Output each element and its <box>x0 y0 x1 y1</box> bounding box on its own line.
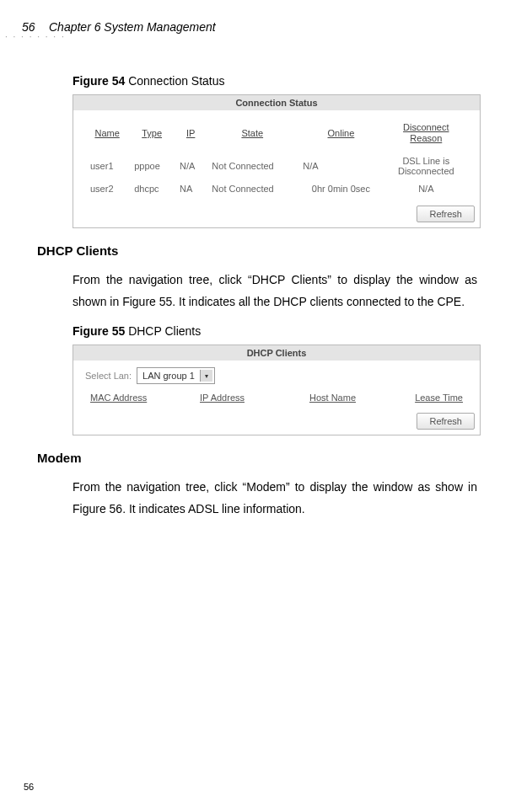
col-host: Host Name <box>309 393 411 403</box>
dhcp-columns: MAC Address IP Address Host Name Lease T… <box>85 393 468 404</box>
cell: DSL Line is Disconnected <box>384 152 468 179</box>
cell: NA <box>175 180 207 197</box>
select-lan-dropdown[interactable]: LAN group 1 ▾ <box>137 367 215 384</box>
cell: N/A <box>298 152 384 179</box>
figure-55-caption: DHCP Clients <box>125 324 201 338</box>
connection-status-header-row: Name Type IP State Online Disconnect Rea… <box>85 119 468 152</box>
chapter-title: Chapter 6 System Management <box>49 20 216 34</box>
cell: Not Connected <box>207 180 298 197</box>
cell: Not Connected <box>207 152 298 179</box>
figure-54-screenshot: Connection Status Name Type IP State Onl… <box>73 94 481 228</box>
dhcp-clients-heading: DHCP Clients <box>37 243 486 258</box>
col-disconnect: Disconnect Reason <box>384 119 468 152</box>
cell: pppoe <box>129 152 175 179</box>
chevron-down-icon: ▾ <box>200 370 212 382</box>
connection-status-title: Connection Status <box>73 95 480 110</box>
modem-heading: Modem <box>37 451 486 465</box>
cell: user1 <box>85 152 129 179</box>
col-lease: Lease Time <box>411 393 463 403</box>
cell-line: Disconnected <box>390 166 463 176</box>
connection-status-table: Name Type IP State Online Disconnect Rea… <box>85 119 468 197</box>
table-row: user1 pppoe N/A Not Connected N/A DSL Li… <box>85 152 468 179</box>
figure-55-number: Figure 55 <box>73 324 125 338</box>
page-number-bottom: 56 <box>24 782 34 792</box>
figure-55-label: Figure 55 DHCP Clients <box>73 324 486 338</box>
dhcp-clients-title: DHCP Clients <box>73 345 480 361</box>
cell: N/A <box>384 180 468 197</box>
cell: dhcpc <box>129 180 175 197</box>
col-mac: MAC Address <box>90 393 200 403</box>
figure-54-number: Figure 54 <box>73 74 125 88</box>
figure-55-screenshot: DHCP Clients Select Lan: LAN group 1 ▾ M… <box>73 345 481 435</box>
figure-54-caption: Connection Status <box>125 74 224 88</box>
table-row: user2 dhcpc NA Not Connected 0hr 0min 0s… <box>85 180 468 197</box>
cell: user2 <box>85 180 129 197</box>
col-online: Online <box>298 119 384 152</box>
select-lan-label: Select Lan: <box>85 371 132 381</box>
col-ip: IP <box>175 119 207 152</box>
col-state: State <box>207 119 298 152</box>
col-disconnect-l2: Reason <box>390 133 463 144</box>
figure-54-label: Figure 54 Connection Status <box>73 74 486 88</box>
page-body: Figure 54 Connection Status Connection S… <box>73 74 486 532</box>
col-type: Type <box>129 119 175 152</box>
select-lan-value: LAN group 1 <box>142 371 195 381</box>
cell-line: DSL Line is <box>390 156 463 166</box>
refresh-button[interactable]: Refresh <box>417 413 475 430</box>
page-header: · · · · · · · · 56 Chapter 6 System Mana… <box>0 12 516 32</box>
col-disconnect-l1: Disconnect <box>390 122 463 133</box>
modem-paragraph: From the navigation tree, click “Modem” … <box>73 477 477 521</box>
col-name: Name <box>85 119 129 152</box>
page-number-top: 56 <box>22 20 35 34</box>
col-ip: IP Address <box>200 393 309 403</box>
dhcp-clients-paragraph: From the navigation tree, click “DHCP Cl… <box>73 270 477 313</box>
cell: N/A <box>175 152 207 179</box>
refresh-button[interactable]: Refresh <box>417 206 475 222</box>
cell: 0hr 0min 0sec <box>298 180 384 197</box>
